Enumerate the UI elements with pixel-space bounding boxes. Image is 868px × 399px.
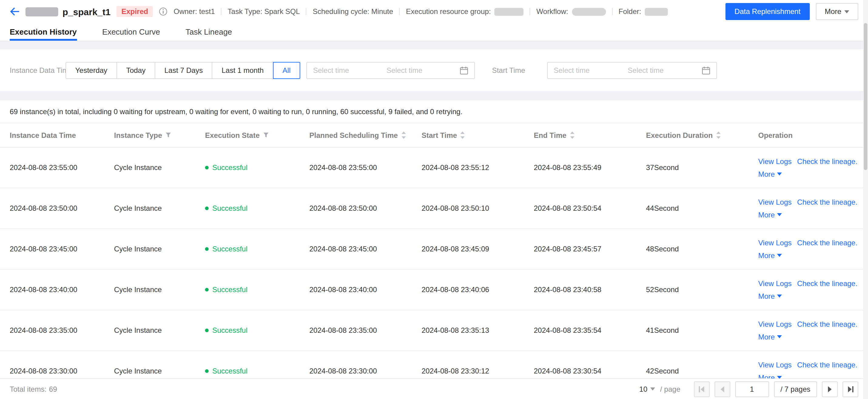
vertical-scrollbar[interactable] xyxy=(863,0,868,399)
cell-planned-scheduling-time: 2024-08-08 23:30:00 xyxy=(309,367,422,375)
pagination-last-button[interactable] xyxy=(842,381,858,397)
cell-execution-state: Successful xyxy=(205,163,309,172)
header-more-label: More xyxy=(825,7,841,16)
execution-state-text: Successful xyxy=(212,367,247,375)
cell-execution-duration: 52Second xyxy=(646,285,758,294)
range-button-last-7-days[interactable]: Last 7 Days xyxy=(155,62,213,79)
row-more-link[interactable]: More xyxy=(758,210,782,219)
cell-planned-scheduling-time: 2024-08-08 23:50:00 xyxy=(309,204,422,212)
cell-start-time: 2024-08-08 23:50:10 xyxy=(422,204,534,212)
chevron-left-icon xyxy=(701,386,704,392)
cell-start-time: 2024-08-08 23:40:06 xyxy=(422,285,534,294)
cell-instance-data-time: 2024-08-08 23:35:00 xyxy=(10,326,114,335)
row-more-link[interactable]: More xyxy=(758,251,782,260)
cell-execution-duration: 42Second xyxy=(646,367,758,375)
sort-icon[interactable] xyxy=(716,131,721,139)
header-more-button[interactable]: More xyxy=(815,3,858,20)
range-button-last-1-month[interactable]: Last 1 month xyxy=(212,62,274,79)
meta-folder: Folder: xyxy=(618,7,668,16)
expired-status-badge: Expired xyxy=(117,6,153,17)
meta-divider xyxy=(399,8,400,15)
pagination-first-button[interactable] xyxy=(693,381,709,397)
check-lineage-link[interactable]: Check the lineage. xyxy=(797,157,857,166)
cell-planned-scheduling-time: 2024-08-08 23:45:00 xyxy=(309,245,422,253)
sort-icon[interactable] xyxy=(401,131,406,139)
meta-owner-test1: Owner: test1 xyxy=(174,7,215,16)
column-header-execution-duration[interactable]: Execution Duration xyxy=(646,131,758,139)
column-header-planned-scheduling-time[interactable]: Planned Scheduling Time xyxy=(309,131,422,139)
page-size-select[interactable]: 10 xyxy=(639,385,655,393)
range-end-placeholder[interactable]: Select time xyxy=(386,66,460,75)
column-header-execution-state[interactable]: Execution State xyxy=(205,131,309,139)
cell-planned-scheduling-time: 2024-08-08 23:55:00 xyxy=(309,163,422,172)
range-start-placeholder[interactable]: Select time xyxy=(313,66,386,75)
cell-instance-data-time: 2024-08-08 23:50:00 xyxy=(10,204,114,212)
check-lineage-link[interactable]: Check the lineage. xyxy=(797,361,857,369)
check-lineage-link[interactable]: Check the lineage. xyxy=(797,198,857,206)
row-more-link[interactable]: More xyxy=(758,292,782,300)
column-header-instance-type[interactable]: Instance Type xyxy=(114,131,205,139)
column-header-start-time[interactable]: Start Time xyxy=(422,131,534,139)
info-icon[interactable] xyxy=(159,7,167,16)
table-row: 2024-08-08 23:50:00 Cycle Instance Succe… xyxy=(0,188,868,229)
view-logs-link[interactable]: View Logs xyxy=(758,320,792,328)
cell-end-time: 2024-08-08 23:50:54 xyxy=(534,204,646,212)
filter-bar: Instance Data Time YesterdayTodayLast 7 … xyxy=(0,49,868,91)
range-button-yesterday[interactable]: Yesterday xyxy=(65,62,117,79)
redacted-value xyxy=(645,8,668,16)
last-page-bar-icon xyxy=(852,386,853,392)
view-logs-link[interactable]: View Logs xyxy=(758,198,792,206)
table-row: 2024-08-08 23:35:00 Cycle Instance Succe… xyxy=(0,310,868,351)
data-replenishment-button[interactable]: Data Replenishment xyxy=(725,3,809,20)
calendar-icon[interactable] xyxy=(460,66,468,75)
view-logs-link[interactable]: View Logs xyxy=(758,361,792,369)
range-end-placeholder[interactable]: Select time xyxy=(628,66,702,75)
redacted-value xyxy=(495,8,524,16)
scrollbar-thumb[interactable] xyxy=(864,23,867,170)
calendar-icon[interactable] xyxy=(702,66,710,75)
row-more-link[interactable]: More xyxy=(758,170,782,178)
column-header-end-time[interactable]: End Time xyxy=(534,131,646,139)
back-arrow-icon[interactable] xyxy=(10,7,20,16)
filter-icon[interactable] xyxy=(262,132,269,139)
column-label: Execution Duration xyxy=(646,131,713,139)
row-more-link[interactable]: More xyxy=(758,333,782,341)
column-header-instance-data-time: Instance Data Time xyxy=(10,131,114,139)
meta-label: Workflow: xyxy=(536,7,568,16)
task-meta-list: Owner: test1Task Type: Spark SQLScheduli… xyxy=(174,7,668,16)
task-title: p_spark_t1 xyxy=(62,6,111,17)
start-time-range-picker[interactable]: Select time Select time xyxy=(547,62,717,79)
execution-state-text: Successful xyxy=(212,204,247,212)
pagination-prev-button[interactable] xyxy=(714,381,730,397)
per-page-label: / page xyxy=(660,385,681,393)
column-label: Instance Type xyxy=(114,131,162,139)
data-time-range-picker[interactable]: Select time Select time xyxy=(306,62,475,79)
check-lineage-link[interactable]: Check the lineage. xyxy=(797,320,857,328)
cell-operation: View Logs Check the lineage. More xyxy=(758,238,858,260)
success-status-dot-icon xyxy=(205,288,209,291)
filter-icon[interactable] xyxy=(165,132,172,139)
tab-execution-curve[interactable]: Execution Curve xyxy=(102,23,160,41)
cell-execution-duration: 41Second xyxy=(646,326,758,335)
column-label: Instance Data Time xyxy=(10,131,76,139)
page-number-input[interactable] xyxy=(735,381,769,397)
view-logs-link[interactable]: View Logs xyxy=(758,157,792,166)
row-more-label: More xyxy=(758,333,775,341)
caret-down-icon xyxy=(777,294,782,297)
check-lineage-link[interactable]: Check the lineage. xyxy=(797,238,857,247)
app-root: p_spark_t1 Expired Owner: test1Task Type… xyxy=(0,0,868,399)
check-lineage-link[interactable]: Check the lineage. xyxy=(797,279,857,288)
view-logs-link[interactable]: View Logs xyxy=(758,279,792,288)
cell-end-time: 2024-08-08 23:55:49 xyxy=(534,163,646,172)
range-button-all[interactable]: All xyxy=(273,62,300,79)
tab-execution-history[interactable]: Execution History xyxy=(10,23,77,41)
sort-icon[interactable] xyxy=(460,131,466,139)
range-start-placeholder[interactable]: Select time xyxy=(554,66,628,75)
caret-down-icon xyxy=(651,388,655,391)
sort-icon[interactable] xyxy=(569,131,575,139)
pagination-next-button[interactable] xyxy=(822,381,838,397)
view-logs-link[interactable]: View Logs xyxy=(758,238,792,247)
chevron-left-icon xyxy=(720,386,724,392)
tab-task-lineage[interactable]: Task Lineage xyxy=(186,23,232,41)
range-button-today[interactable]: Today xyxy=(117,62,155,79)
